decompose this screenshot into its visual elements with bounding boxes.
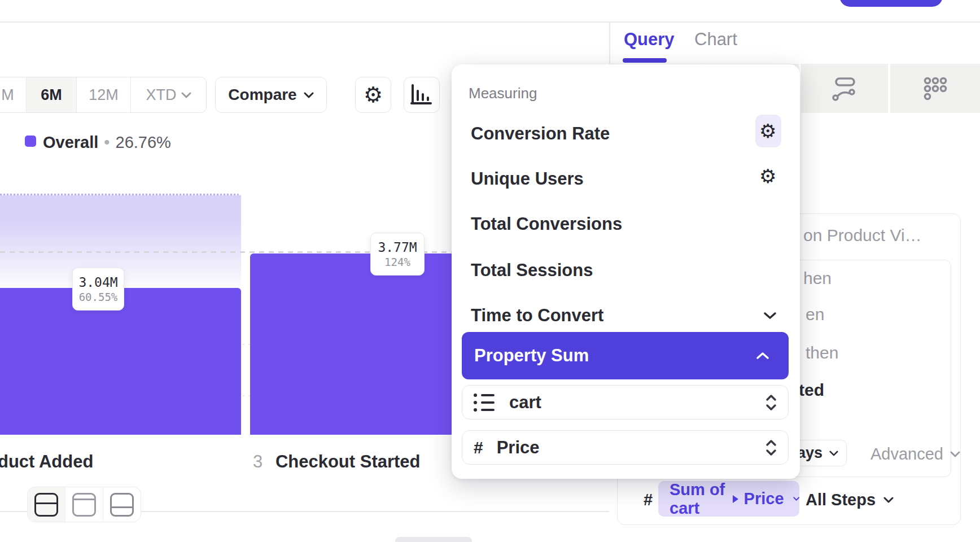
chart-settings-button[interactable]: ⚙ [355,77,391,113]
select-arrows-icon [765,394,777,412]
layout-split-horizontal-button[interactable] [28,487,65,522]
fragment-text: hen [803,269,832,287]
sub-property-value: Price [497,438,540,458]
step-row-fragment: then [806,343,838,362]
range-12m-button[interactable]: 12M [77,77,131,112]
property-value: cart [509,392,541,413]
range-12m-label: 12M [89,86,119,104]
value-tooltip-product-added: 3.04M 60.55% [72,268,124,311]
chip-right-text: Price [744,489,784,508]
scroll-indicator [395,537,472,542]
range-xtd-button[interactable]: XTD [131,77,206,112]
flows-tool-button[interactable] [801,64,888,113]
arrow-right-icon [733,495,738,503]
menu-item-label: Total Sessions [471,260,593,280]
property-select-price[interactable]: # Price [462,430,789,465]
select-arrows-icon [765,439,777,457]
legend-swatch [25,136,36,147]
all-steps-button[interactable]: All Steps [806,491,894,509]
compare-label: Compare [228,86,296,104]
property-select-cart[interactable]: cart [462,385,789,419]
fragment-text: ted [799,381,824,399]
range-6m-button[interactable]: 6M [27,77,77,112]
tab-chart[interactable]: Chart [694,29,737,50]
split-top-icon [72,493,96,517]
step-row-fragment: ted [799,381,824,400]
menu-item-label: Property Sum [474,346,589,366]
range-m-button[interactable]: M [0,77,27,112]
chevron-down-icon [829,451,838,456]
time-to-convert-expand-button[interactable] [763,312,777,322]
chevron-down-icon [181,92,191,98]
step-label-checkout-started: 3 Checkout Started [253,452,421,472]
measuring-title-text: Measuring [469,85,537,102]
chevron-down-icon [763,312,777,320]
grid-dots-icon [922,76,948,102]
measuring-dropdown: Measuring Conversion Rate ⚙ Unique Users… [452,64,800,479]
fragment-text: en [806,305,824,324]
gear-icon: ⚙ [759,165,776,187]
chevron-down-icon [883,497,894,503]
hash-icon: # [644,491,653,509]
chevron-down-icon [950,451,960,457]
grid-tool-button[interactable] [890,64,980,113]
tooltip-percent: 124% [384,256,410,268]
legend[interactable]: Overall • 26.76% [43,133,171,152]
all-steps-label: All Steps [806,491,876,509]
advanced-button[interactable]: Advanced [870,445,960,464]
app-window: M 6M 12M XTD Compare ⚙ Overall • 26. [0,0,980,542]
flows-icon [832,76,858,101]
metric-prefix: # [644,491,653,509]
value-tooltip-checkout-started: 3.77M 124% [370,233,425,276]
advanced-label: Advanced [870,445,943,464]
card-header-fragment: on Product Vi… [803,226,922,245]
layout-top-panel-button[interactable] [65,487,103,522]
menu-item-total-sessions[interactable]: Total Sessions [471,260,593,281]
gear-icon: ⚙ [364,84,383,106]
menu-item-total-conversions[interactable]: Total Conversions [471,214,622,234]
primary-action-button[interactable] [839,0,943,7]
tab-chart-label: Chart [694,29,737,49]
header-divider [0,21,980,23]
range-m-label: M [1,86,14,104]
chart-type-button[interactable] [404,77,440,113]
legend-series-name: Overall [43,133,98,152]
legend-separator: • [104,133,110,152]
list-icon [474,394,495,412]
menu-item-label: Conversion Rate [471,124,610,143]
split-bottom-icon [110,493,134,517]
compare-button[interactable]: Compare [215,77,327,113]
step-number: 3 [253,452,262,471]
panel-divider [609,21,610,64]
conversion-rate-settings-button[interactable]: ⚙ [759,121,776,141]
menu-item-property-sum-selected[interactable]: Property Sum [462,332,789,379]
chevron-down-icon [793,496,799,502]
chip-left-text: Sum of cart [670,480,727,518]
tab-query[interactable]: Query [624,29,675,50]
fragment-text: then [806,343,838,362]
tooltip-value: 3.04M [78,275,117,290]
step-row-fragment: en [806,305,824,324]
gear-icon: ⚙ [759,120,776,142]
chevron-up-icon [756,352,769,360]
tab-query-label: Query [624,29,675,49]
step-label-text: duct Added [0,452,93,471]
unique-users-settings-button[interactable]: ⚙ [759,167,776,186]
measuring-title: Measuring [469,85,537,102]
hash-icon: # [474,438,483,457]
menu-item-unique-users[interactable]: Unique Users [471,169,584,189]
menu-item-label: Unique Users [471,169,584,189]
tooltip-value: 3.77M [378,240,417,255]
card-header-text: on Product Vi… [803,226,922,244]
range-xtd-label: XTD [146,86,177,104]
menu-item-conversion-rate[interactable]: Conversion Rate [471,124,610,144]
menu-item-label: Total Conversions [471,214,622,234]
active-tab-underline [623,58,667,63]
step-row-fragment: hen [803,269,832,288]
time-range-segmented-control: M 6M 12M XTD [0,77,207,113]
metric-chip-sum-of-cart-price[interactable]: Sum of cart Price [658,481,799,517]
layout-toggle-group [27,487,141,522]
menu-item-time-to-convert[interactable]: Time to Convert [471,305,603,326]
step-label-product-added: duct Added [0,452,93,472]
layout-bottom-panel-button[interactable] [103,487,141,522]
